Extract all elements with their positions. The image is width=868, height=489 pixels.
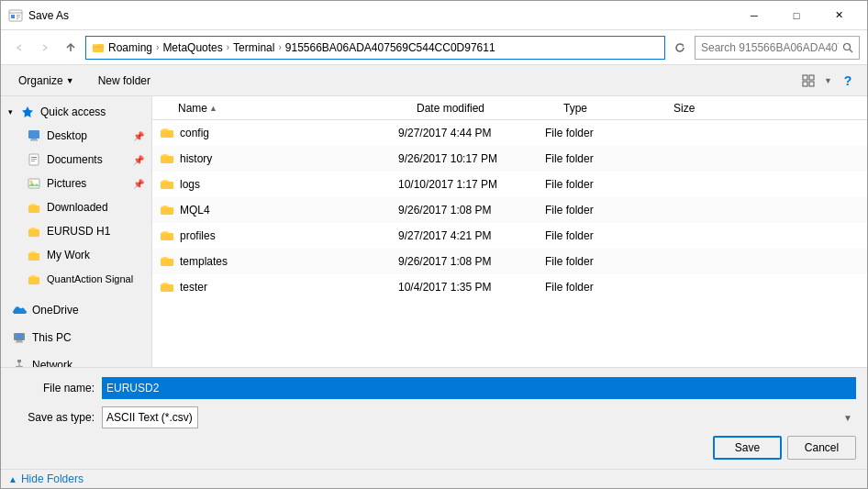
svg-rect-13	[28, 130, 39, 139]
table-row[interactable]: MQL4 9/26/2017 1:08 PM File folder	[152, 197, 867, 223]
cancel-button[interactable]: Cancel	[787, 436, 856, 460]
hide-folders-arrow: ▲	[8, 474, 17, 484]
onedrive-icon	[12, 303, 27, 317]
svg-rect-25	[28, 277, 39, 284]
svg-rect-39	[161, 207, 173, 215]
save-as-dialog: Save As ─ □ ✕ Roaming › MetaQuotes › Ter…	[0, 0, 868, 489]
table-row[interactable]: profiles 9/27/2017 4:21 PM File folder	[152, 223, 867, 249]
save-as-type-select[interactable]: ASCII Text (*.csv)	[102, 406, 198, 428]
file-type-cell: File folder	[545, 229, 655, 242]
my-work-icon	[27, 248, 41, 262]
svg-rect-14	[31, 139, 37, 139]
sidebar-item-downloaded[interactable]: Downloaded	[1, 195, 151, 219]
save-button[interactable]: Save	[713, 436, 782, 460]
col-name-header[interactable]: Name ▲	[178, 102, 417, 115]
sidebar-item-documents[interactable]: Documents 📌	[1, 148, 151, 172]
path-guid: 915566BA06ADA407569C544CC0D97611	[285, 41, 495, 54]
pin-icon: 📌	[133, 131, 144, 141]
file-date-cell: 10/10/2017 1:17 PM	[398, 178, 545, 191]
save-as-type-label: Save as type:	[12, 411, 95, 424]
file-date-cell: 9/26/2017 10:17 PM	[398, 152, 545, 165]
sidebar-item-onedrive[interactable]: OneDrive	[1, 298, 151, 322]
file-list-header: Name ▲ Date modified Type Size	[152, 96, 867, 120]
sidebar-item-this-pc[interactable]: This PC	[1, 326, 151, 350]
search-icon	[842, 42, 853, 53]
sidebar-item-my-work[interactable]: My Work	[1, 243, 151, 267]
desktop-icon	[27, 128, 41, 143]
file-type-cell: File folder	[545, 178, 655, 191]
svg-rect-9	[809, 75, 814, 80]
sidebar-item-network[interactable]: Network	[1, 353, 151, 367]
file-name-input[interactable]	[102, 377, 856, 399]
svg-rect-11	[809, 82, 814, 86]
sidebar-item-pictures[interactable]: Pictures 📌	[1, 172, 151, 195]
search-box[interactable]	[695, 36, 860, 60]
this-pc-icon	[12, 330, 27, 345]
close-button[interactable]: ✕	[818, 1, 860, 30]
folder-icon	[160, 254, 174, 269]
hide-folders-label: Hide Folders	[21, 472, 83, 485]
help-button[interactable]: ?	[836, 69, 860, 93]
path-metaquotes: MetaQuotes	[162, 41, 222, 54]
quick-access-icon	[20, 105, 35, 119]
file-date-cell: 10/4/2017 1:35 PM	[398, 281, 545, 294]
col-type-header[interactable]: Type	[563, 102, 673, 115]
svg-rect-38	[161, 182, 173, 189]
folder-icon	[160, 203, 174, 217]
col-date-header[interactable]: Date modified	[417, 102, 563, 115]
sidebar: ▾ Quick access Desktop 📌	[1, 96, 152, 367]
new-folder-button[interactable]: New folder	[88, 69, 161, 93]
svg-rect-15	[30, 139, 38, 141]
svg-point-6	[844, 43, 851, 50]
refresh-button[interactable]	[669, 37, 691, 59]
svg-rect-10	[803, 82, 807, 86]
file-date-cell: 9/26/2017 1:08 PM	[398, 204, 545, 217]
folder-icon	[160, 151, 174, 166]
svg-rect-18	[31, 159, 37, 160]
sidebar-item-quantaction[interactable]: QuantAction Signal	[1, 267, 151, 291]
title-bar: Save As ─ □ ✕	[1, 1, 867, 30]
path-terminal: Terminal	[233, 41, 274, 54]
svg-rect-20	[28, 179, 39, 188]
svg-rect-37	[161, 156, 173, 163]
forward-button[interactable]	[34, 37, 56, 59]
svg-rect-27	[16, 334, 23, 339]
window-controls: ─ □ ✕	[733, 1, 860, 30]
file-name-label: File name:	[12, 382, 95, 395]
minimize-button[interactable]: ─	[733, 1, 775, 30]
svg-rect-3	[17, 17, 20, 17]
view-button[interactable]	[796, 69, 820, 93]
table-row[interactable]: config 9/27/2017 4:44 PM File folder	[152, 120, 867, 146]
file-date-cell: 9/27/2017 4:21 PM	[398, 229, 545, 242]
up-button[interactable]	[60, 37, 82, 59]
dialog-icon	[8, 8, 23, 23]
svg-rect-29	[16, 341, 23, 343]
svg-rect-28	[17, 340, 22, 341]
select-arrow-icon: ▼	[843, 413, 852, 423]
file-date-cell: 9/27/2017 4:44 PM	[398, 127, 545, 139]
maximize-button[interactable]: □	[775, 1, 818, 30]
dialog-title: Save As	[28, 9, 733, 22]
hide-folders-bar[interactable]: ▲ Hide Folders	[1, 469, 867, 488]
col-size-header[interactable]: Size	[673, 102, 747, 115]
sidebar-item-eurusd[interactable]: EURUSD H1	[1, 219, 151, 243]
svg-rect-36	[161, 130, 173, 138]
file-type-cell: File folder	[545, 281, 655, 294]
save-as-type-row: Save as type: ASCII Text (*.csv) ▼	[12, 406, 856, 428]
quick-access-header[interactable]: ▾ Quick access	[1, 100, 151, 124]
file-type-cell: File folder	[545, 152, 655, 165]
address-path[interactable]: Roaming › MetaQuotes › Terminal › 915566…	[85, 36, 665, 60]
organize-button[interactable]: Organize ▼	[8, 69, 84, 93]
file-name-cell: profiles	[180, 229, 398, 242]
eurusd-folder-icon	[27, 224, 41, 239]
table-row[interactable]: templates 9/26/2017 1:08 PM File folder	[152, 249, 867, 274]
table-row[interactable]: history 9/26/2017 10:17 PM File folder	[152, 146, 867, 172]
table-row[interactable]: logs 10/10/2017 1:17 PM File folder	[152, 172, 867, 197]
back-button[interactable]	[8, 37, 30, 59]
quantaction-icon	[27, 272, 41, 286]
search-input[interactable]	[701, 41, 839, 54]
file-name-row: File name:	[12, 377, 856, 399]
table-row[interactable]: tester 10/4/2017 1:35 PM File folder	[152, 274, 867, 300]
sidebar-item-desktop[interactable]: Desktop 📌	[1, 124, 151, 148]
svg-line-7	[850, 50, 852, 52]
